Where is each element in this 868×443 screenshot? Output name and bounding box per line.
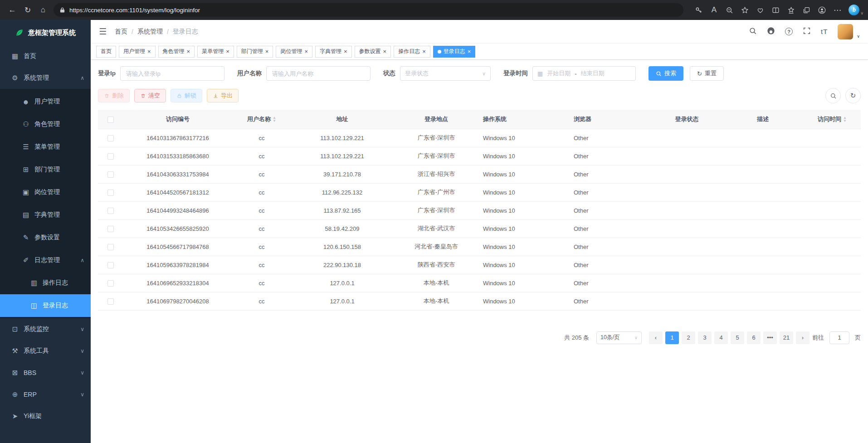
sidebar-item-system-monitor[interactable]: ⊡ 系统监控 ∨: [0, 318, 91, 340]
username-input[interactable]: [266, 66, 371, 81]
refresh-table-button[interactable]: ↻: [845, 88, 861, 103]
row-checkbox[interactable]: [107, 171, 114, 178]
sidebar-item-system-tools[interactable]: ⚒ 系统工具 ∨: [0, 340, 91, 362]
page-size-select[interactable]: 10条/页 ∨: [596, 331, 642, 344]
row-checkbox[interactable]: [107, 190, 114, 196]
tab-login-log[interactable]: 登录日志×: [433, 46, 476, 58]
row-checkbox[interactable]: [107, 135, 114, 141]
goto-page-input[interactable]: [829, 331, 849, 344]
address-bar[interactable]: https://ccnetcore.com:1101/system/log/lo…: [54, 3, 683, 17]
zoom-out-icon[interactable]: [722, 2, 737, 18]
tab-dict-mgmt[interactable]: 字典管理×: [315, 46, 352, 58]
page-ellipsis[interactable]: •••: [763, 331, 777, 344]
unlock-button[interactable]: 解锁: [171, 89, 202, 102]
login-ip-input[interactable]: [120, 66, 224, 81]
search-button[interactable]: 搜索: [649, 66, 683, 81]
sidebar-item-dict-mgmt[interactable]: ▤ 字典管理: [0, 204, 91, 226]
page-button-5[interactable]: 5: [731, 331, 744, 344]
status-select[interactable]: 登录状态 ∨: [400, 66, 491, 81]
prev-page-button[interactable]: ‹: [649, 331, 663, 344]
favorites-bar-icon[interactable]: [783, 2, 799, 18]
github-icon[interactable]: [767, 27, 775, 37]
search-icon[interactable]: [749, 27, 757, 37]
user-avatar[interactable]: [838, 24, 853, 39]
date-range-picker[interactable]: ▦ 开始日期 - 结束日期: [532, 66, 636, 81]
tab-operation-log[interactable]: 操作日志×: [394, 46, 430, 58]
close-icon[interactable]: ×: [383, 49, 387, 54]
page-button-4[interactable]: 4: [714, 331, 728, 344]
sidebar-item-post-mgmt[interactable]: ▣ 岗位管理: [0, 181, 91, 204]
row-checkbox[interactable]: [107, 298, 114, 305]
select-all-checkbox[interactable]: [107, 117, 114, 123]
browser-home-icon[interactable]: ⌂: [35, 2, 51, 18]
reload-icon[interactable]: ↻: [20, 2, 35, 18]
close-icon[interactable]: ×: [344, 49, 347, 54]
close-icon[interactable]: ×: [147, 49, 151, 54]
tab-param-settings[interactable]: 参数设置×: [355, 46, 391, 58]
tab-dept-mgmt[interactable]: 部门管理×: [237, 46, 273, 58]
sidebar-item-operation-log[interactable]: ▥ 操作日志: [0, 272, 91, 294]
tab-user-mgmt[interactable]: 用户管理×: [119, 46, 156, 58]
close-icon[interactable]: ×: [468, 49, 471, 54]
tab-menu-mgmt[interactable]: 菜单管理×: [197, 46, 234, 58]
collapse-menu-icon[interactable]: ☰: [99, 26, 107, 37]
add-favorite-icon[interactable]: [737, 2, 752, 18]
sidebar-item-bbs[interactable]: ⊠ BBS ∨: [0, 362, 91, 384]
clear-button[interactable]: 清空: [134, 89, 166, 102]
export-button[interactable]: 导出: [207, 89, 239, 102]
reset-button[interactable]: ↻ 重置: [690, 66, 724, 81]
back-icon[interactable]: ←: [5, 2, 20, 18]
more-options-icon[interactable]: ⋯: [829, 2, 845, 18]
read-aloud-icon[interactable]: A: [706, 2, 722, 18]
close-icon[interactable]: ×: [304, 49, 308, 54]
browser-essentials-icon[interactable]: [752, 2, 768, 18]
tab-post-mgmt[interactable]: 岗位管理×: [276, 46, 312, 58]
sort-icon[interactable]: ▲▼: [843, 116, 847, 122]
breadcrumb-home[interactable]: 首页: [115, 28, 127, 36]
row-checkbox[interactable]: [107, 153, 114, 160]
delete-button[interactable]: 删除: [98, 89, 130, 102]
fullscreen-icon[interactable]: [803, 27, 811, 37]
row-checkbox[interactable]: [107, 208, 114, 214]
sidebar-item-yi-framework[interactable]: ➤ Yi框架: [0, 405, 91, 427]
toggle-search-button[interactable]: [825, 88, 841, 103]
close-icon[interactable]: ×: [187, 49, 190, 54]
collections-icon[interactable]: [799, 2, 814, 18]
close-icon[interactable]: ×: [226, 49, 229, 54]
sidebar-item-menu-mgmt[interactable]: ☰ 菜单管理: [0, 136, 91, 158]
sort-icon[interactable]: ▲▼: [273, 116, 276, 122]
sidebar-item-system-mgmt[interactable]: ⚙ 系统管理 ∧: [0, 67, 91, 89]
breadcrumb-system-mgmt[interactable]: 系统管理: [137, 28, 163, 36]
browser-profile-avatar[interactable]: [814, 2, 829, 18]
row-checkbox[interactable]: [107, 280, 114, 287]
sidebar-item-erp[interactable]: ⊕ ERP ∨: [0, 384, 91, 405]
sidebar-item-role-mgmt[interactable]: ⚇ 角色管理: [0, 113, 91, 136]
next-page-button[interactable]: ›: [796, 331, 809, 344]
sidebar-item-home[interactable]: ▦ 首页: [0, 45, 91, 67]
close-icon[interactable]: ×: [422, 49, 426, 54]
row-checkbox[interactable]: [107, 262, 114, 268]
password-key-icon[interactable]: [691, 2, 706, 18]
help-icon[interactable]: ?: [785, 28, 793, 35]
tab-role-mgmt[interactable]: 角色管理×: [158, 46, 195, 58]
copilot-caret-icon[interactable]: ∨: [860, 11, 863, 15]
page-button-2[interactable]: 2: [682, 331, 695, 344]
sidebar-item-user-mgmt[interactable]: ☻ 用户管理: [0, 90, 91, 113]
col-username[interactable]: 用户名称▲▼: [232, 110, 291, 129]
col-visit-time[interactable]: 访问时间▲▼: [804, 110, 861, 129]
split-screen-icon[interactable]: [768, 2, 783, 18]
page-button-3[interactable]: 3: [698, 331, 712, 344]
close-icon[interactable]: ×: [265, 49, 269, 54]
sidebar-item-login-log[interactable]: ◫ 登录日志: [0, 294, 91, 317]
sidebar-item-log-mgmt[interactable]: ✐ 日志管理 ∧: [0, 249, 91, 272]
page-button-21[interactable]: 21: [780, 331, 793, 344]
font-size-icon[interactable]: tT: [821, 28, 828, 35]
sidebar-item-dept-mgmt[interactable]: ⊞ 部门管理: [0, 158, 91, 181]
row-checkbox[interactable]: [107, 244, 114, 250]
page-button-1[interactable]: 1: [665, 331, 679, 344]
page-button-6[interactable]: 6: [747, 331, 761, 344]
tab-home[interactable]: 首页: [96, 46, 116, 58]
sidebar-item-param-settings[interactable]: ✎ 参数设置: [0, 226, 91, 249]
row-checkbox[interactable]: [107, 226, 114, 232]
copilot-icon[interactable]: b: [848, 5, 859, 15]
